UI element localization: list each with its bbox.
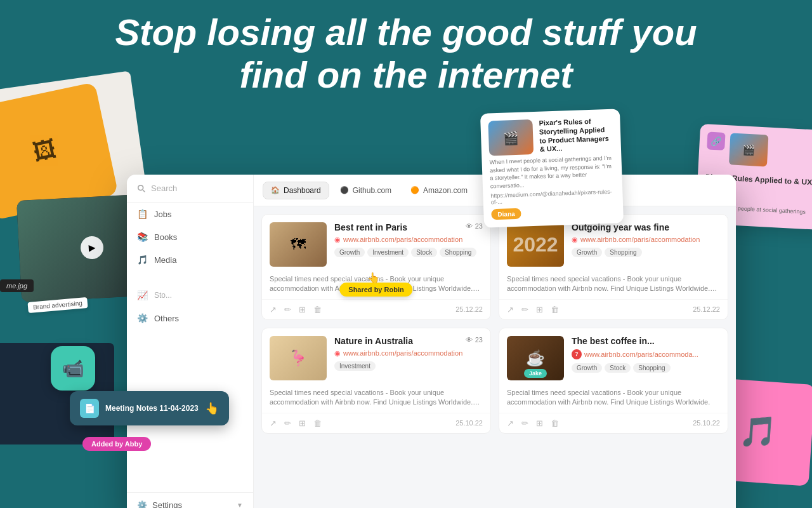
zoom-icon: 📹 xyxy=(51,346,95,391)
grid-icon3[interactable]: ⊞ xyxy=(299,418,306,428)
grid-icon4[interactable]: ⊞ xyxy=(536,418,543,428)
sidebar-item-stocks[interactable]: 📈 Sto... xyxy=(127,284,253,307)
sidebar-item-others[interactable]: ⚙️ Others xyxy=(127,307,253,330)
coffee-title: The best coffee in... xyxy=(572,336,655,347)
tab-github[interactable]: ⚫ Github.com xyxy=(332,182,400,199)
diana-badge: Diana xyxy=(491,208,521,220)
share-icon3[interactable]: ↗ xyxy=(270,418,277,428)
share-icon4[interactable]: ↗ xyxy=(507,418,514,428)
cards-area: 🗺 Best rent in Paris 👁 23 xyxy=(254,206,736,508)
outgoing-url-text: www.airbnb.com/paris/accommodation xyxy=(580,236,700,243)
outgoing-thumbnail: 2022 xyxy=(507,222,564,267)
australia-description: Special times need special vacations - B… xyxy=(270,388,483,408)
svg-line-1 xyxy=(143,190,145,192)
paris-title: Best rent in Paris xyxy=(334,222,407,233)
delete-icon3[interactable]: 🗑 xyxy=(313,418,322,428)
eye-icon: 👁 xyxy=(466,222,473,230)
pixar-right-thumb: 🎬 xyxy=(729,133,769,166)
books-label: Books xyxy=(154,232,177,242)
edit-icon3[interactable]: ✏ xyxy=(284,418,291,428)
settings-item[interactable]: ⚙️ Settings ▼ xyxy=(127,493,253,508)
coffee-footer: ↗ ✏ ⊞ 🗑 25.10.22 xyxy=(499,413,728,433)
others-label: Others xyxy=(154,314,179,323)
meeting-cursor: 👆 xyxy=(205,401,219,415)
paris-footer: ↗ ✏ ⊞ 🗑 25.12.22 xyxy=(262,299,490,319)
grid-icon2[interactable]: ⊞ xyxy=(536,305,543,314)
edit-icon4[interactable]: ✏ xyxy=(521,418,528,428)
sidebar-item-media[interactable]: 🎵 Media xyxy=(127,248,253,271)
tag-stock2: Stock xyxy=(605,363,631,373)
delete-icon2[interactable]: 🗑 xyxy=(551,305,559,314)
outgoing-description: Special times need special vacations - B… xyxy=(507,274,720,294)
tag-growth: Growth xyxy=(334,248,365,257)
sidebar-item-jobs[interactable]: 📋 Jobs xyxy=(127,203,253,225)
airbnb-icon: ◉ xyxy=(334,236,341,244)
australia-tags: Investment xyxy=(334,361,483,371)
tab-amazon[interactable]: 🟠 Amazon.com xyxy=(402,182,476,199)
settings-label: Settings xyxy=(152,500,182,508)
search-placeholder-text: Search xyxy=(151,184,177,193)
sidebar-item-books[interactable]: 📚 Books xyxy=(127,225,253,248)
meeting-notes-title: Meeting Notes 11-04-2023 xyxy=(105,404,199,413)
tab-dashboard[interactable]: 🏠 Dashboard xyxy=(263,182,329,199)
australia-thumbnail: 🦩 xyxy=(270,336,327,380)
australia-url-text: www.airbnb.com/paris/accommodation xyxy=(343,349,462,357)
tag-shopping: Shopping xyxy=(440,248,476,257)
media-icon: 🎵 xyxy=(137,255,148,265)
sidebar: Search 📋 Jobs 📚 Books 🎵 Media 📈 Sto... ⚙… xyxy=(127,175,254,508)
tag-growth2: Growth xyxy=(572,248,602,257)
coffee-actions: ↗ ✏ ⊞ 🗑 xyxy=(507,418,559,428)
tag-investment: Investment xyxy=(367,248,409,257)
paris-actions: ↗ ✏ ⊞ 🗑 xyxy=(270,305,322,314)
paris-url-text: www.airbnb.com/paris/accommodation xyxy=(343,236,462,243)
media-label: Media xyxy=(154,255,176,265)
jake-badge: Jake xyxy=(524,369,547,378)
tab-github-label: Github.com xyxy=(353,186,391,195)
paris-thumbnail: 🗺 xyxy=(270,222,327,267)
pixar-text: When I meet people at social gatherings … xyxy=(489,154,615,190)
paris-url: ◉ www.airbnb.com/paris/accommodation xyxy=(334,236,483,244)
airbnb-icon3: ◉ xyxy=(334,349,341,358)
coffee-url-text: www.airbnb.com/paris/accommoda... xyxy=(584,351,698,358)
delete-icon[interactable]: 🗑 xyxy=(313,305,322,314)
edit-icon2[interactable]: ✏ xyxy=(521,305,528,314)
dashboard-icon: 🏠 xyxy=(271,186,280,194)
tag-growth3: Growth xyxy=(572,363,602,373)
paris-views: 👁 23 xyxy=(466,222,483,230)
meeting-notes-card: 📄 Meeting Notes 11-04-2023 👆 xyxy=(70,391,229,425)
airbnb-icon2: ◉ xyxy=(572,236,578,244)
shared-by-robin-badge: Shared by Robin xyxy=(339,283,412,297)
australia-actions: ↗ ✏ ⊞ 🗑 xyxy=(270,418,322,428)
australia-views-count: 23 xyxy=(475,336,483,344)
tab-dashboard-label: Dashboard xyxy=(284,186,321,195)
pixar-card-main: 🎬 Pixar's Rules of Storytelling Applied … xyxy=(480,109,624,228)
tag-stock: Stock xyxy=(411,248,437,257)
coffee-tags: Growth Stock Shopping xyxy=(572,363,720,373)
coffee-description: Special times need special vacations - B… xyxy=(507,388,720,408)
share-icon2[interactable]: ↗ xyxy=(507,305,514,314)
app-window: Search 📋 Jobs 📚 Books 🎵 Media 📈 Sto... ⚙… xyxy=(127,175,736,508)
pixar-thumbnail: 🎬 xyxy=(488,119,534,156)
australia-footer: ↗ ✏ ⊞ 🗑 25.10.22 xyxy=(262,413,490,433)
card-grid: 🗺 Best rent in Paris 👁 23 xyxy=(261,214,728,434)
added-by-abby-badge: Added by Abby xyxy=(82,437,151,451)
eye-icon3: 👁 xyxy=(466,336,473,344)
amazon-icon: 🟠 xyxy=(410,186,419,194)
paris-tags: Growth Investment Stock Shopping xyxy=(334,248,483,257)
avatar-7: 7 xyxy=(572,349,582,359)
search-bar[interactable]: Search xyxy=(127,175,253,203)
card-paris: 🗺 Best rent in Paris 👁 23 xyxy=(261,214,491,320)
edit-icon[interactable]: ✏ xyxy=(284,305,291,314)
tag-investment2: Investment xyxy=(334,361,376,371)
delete-icon4[interactable]: 🗑 xyxy=(551,418,559,428)
grid-icon[interactable]: ⊞ xyxy=(299,305,306,314)
paris-date: 25.12.22 xyxy=(455,305,483,313)
share-icon[interactable]: ↗ xyxy=(270,305,277,314)
settings-chevron: ▼ xyxy=(237,502,243,508)
tag-shopping3: Shopping xyxy=(633,363,670,373)
settings-icon: ⚙️ xyxy=(137,500,147,508)
australia-views: 👁 23 xyxy=(466,336,483,344)
australia-url: ◉ www.airbnb.com/paris/accommodation xyxy=(334,349,483,358)
outgoing-footer: ↗ ✏ ⊞ 🗑 25.12.22 xyxy=(499,299,728,319)
tag-shopping2: Shopping xyxy=(605,248,641,257)
